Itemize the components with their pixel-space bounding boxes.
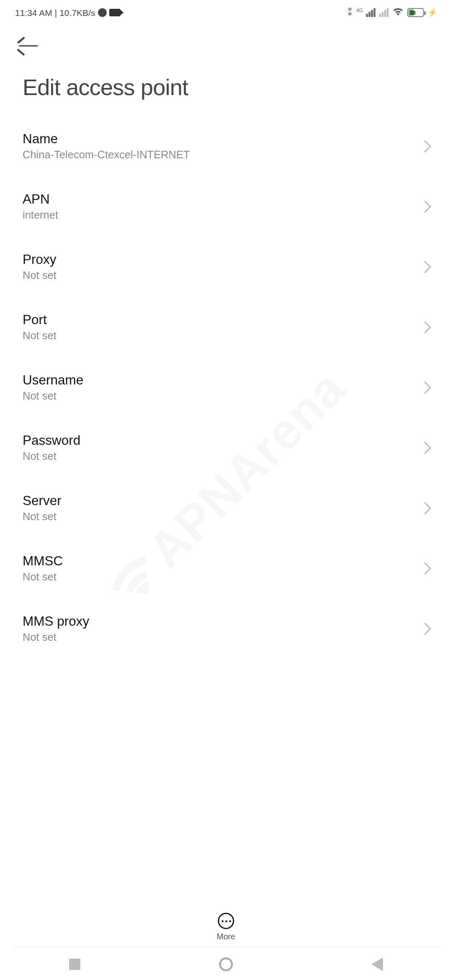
chevron-right-icon bbox=[419, 321, 431, 334]
more-button[interactable]: More bbox=[0, 905, 452, 945]
setting-value: China-Telecom-Ctexcel-INTERNET bbox=[23, 149, 190, 162]
setting-label: Server bbox=[23, 493, 62, 508]
signal-strength-icon bbox=[366, 8, 376, 17]
setting-item-mms-proxy[interactable]: MMS proxyNot set bbox=[23, 599, 429, 659]
setting-value: Not set bbox=[23, 571, 63, 584]
setting-item-name[interactable]: NameChina-Telecom-Ctexcel-INTERNET bbox=[23, 116, 429, 177]
chevron-right-icon bbox=[419, 562, 431, 575]
setting-item-password[interactable]: PasswordNot set bbox=[23, 418, 429, 478]
setting-value: Not set bbox=[23, 330, 56, 343]
arrow-left-icon bbox=[19, 45, 38, 46]
more-icon bbox=[218, 913, 234, 929]
setting-item-server[interactable]: ServerNot set bbox=[23, 478, 429, 539]
setting-label: MMS proxy bbox=[23, 614, 89, 629]
network-type-label: 4G bbox=[356, 7, 363, 13]
charging-icon: ⚡ bbox=[428, 8, 437, 17]
chevron-right-icon bbox=[419, 201, 431, 213]
chevron-right-icon bbox=[419, 502, 431, 515]
setting-label: APN bbox=[23, 192, 58, 207]
setting-value: Not set bbox=[23, 390, 83, 403]
status-bar: 11:34 AM | 10.7KB/s ⁑ 4G 38 ⚡ bbox=[0, 0, 452, 25]
setting-item-proxy[interactable]: ProxyNot set bbox=[23, 237, 429, 297]
setting-item-port[interactable]: PortNot set bbox=[23, 297, 429, 358]
setting-value: Not set bbox=[23, 632, 89, 644]
setting-value: Not set bbox=[23, 511, 62, 524]
setting-value: Not set bbox=[23, 270, 56, 282]
page-title: Edit access point bbox=[0, 55, 452, 116]
status-net-speed: 10.7KB/s bbox=[59, 8, 95, 18]
nav-recent-button[interactable] bbox=[69, 959, 80, 970]
setting-label: MMSC bbox=[23, 554, 63, 569]
setting-label: Proxy bbox=[23, 252, 56, 267]
apn-settings-list: NameChina-Telecom-Ctexcel-INTERNETAPNint… bbox=[0, 116, 452, 659]
chevron-right-icon bbox=[419, 623, 431, 635]
chevron-right-icon bbox=[419, 442, 431, 454]
setting-item-apn[interactable]: APNinternet bbox=[23, 177, 429, 237]
setting-item-username[interactable]: UsernameNot set bbox=[23, 358, 429, 418]
setting-item-mmsc[interactable]: MMSCNot set bbox=[23, 539, 429, 599]
setting-label: Password bbox=[23, 433, 80, 448]
signal-strength-icon-sim2 bbox=[379, 8, 389, 17]
back-button[interactable] bbox=[19, 45, 38, 46]
setting-label: Username bbox=[23, 373, 83, 388]
camera-icon bbox=[109, 9, 120, 16]
battery-icon: 38 bbox=[408, 8, 424, 17]
nav-back-button[interactable] bbox=[371, 957, 383, 971]
setting-label: Port bbox=[23, 312, 56, 328]
bluetooth-icon: ⁑ bbox=[347, 7, 352, 19]
setting-value: Not set bbox=[23, 451, 80, 463]
chevron-right-icon bbox=[419, 382, 431, 394]
wifi-icon bbox=[393, 6, 404, 19]
setting-value: internet bbox=[23, 209, 58, 222]
android-nav-bar bbox=[0, 949, 452, 980]
more-label: More bbox=[217, 932, 235, 941]
battery-percentage: 38 bbox=[410, 10, 416, 15]
nav-home-button[interactable] bbox=[219, 957, 233, 971]
chevron-right-icon bbox=[419, 261, 431, 273]
setting-label: Name bbox=[23, 132, 190, 147]
chevron-right-icon bbox=[419, 140, 431, 153]
settings-sync-icon bbox=[98, 8, 106, 17]
status-time: 11:34 AM bbox=[15, 8, 52, 18]
